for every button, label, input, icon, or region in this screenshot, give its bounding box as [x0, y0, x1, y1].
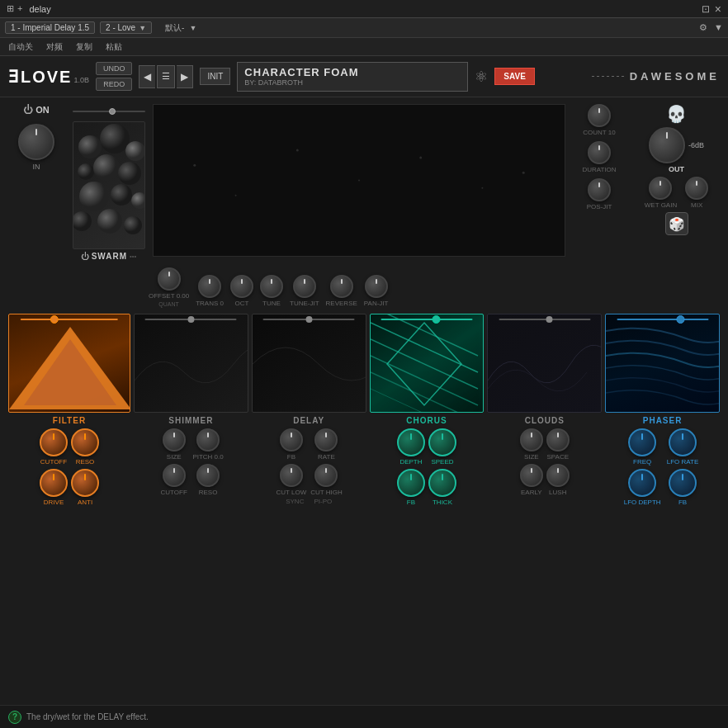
clouds-size-knob[interactable]	[520, 428, 543, 451]
shimmer-size-knob[interactable]	[163, 428, 186, 451]
plugin-slot-selector[interactable]: 1 - Imperial Delay 1.5	[5, 21, 95, 34]
wet-gain-knob[interactable]	[649, 177, 672, 200]
shimmer-pitch-label: PITCH 0.0	[192, 453, 223, 461]
shimmer-slider-thumb[interactable]	[187, 316, 194, 323]
shimmer-slider[interactable]	[145, 319, 237, 320]
phaser-slider[interactable]	[617, 319, 708, 320]
clouds-visual	[488, 314, 601, 412]
swarm-slider[interactable]	[73, 104, 145, 119]
chorus-fb-knob[interactable]	[397, 469, 425, 497]
filter-slider-thumb[interactable]	[50, 315, 59, 324]
preset-slot-selector[interactable]: 2 - Love ▼	[100, 21, 152, 34]
delay-cuthigh-knob[interactable]	[314, 464, 338, 487]
in-knob[interactable]	[18, 124, 54, 160]
delay-fb-knob[interactable]	[280, 428, 303, 451]
main-content: ⏻ ON IN	[0, 97, 728, 728]
delay-cutlow-knob[interactable]	[280, 464, 303, 487]
undo-button[interactable]: UNDO	[96, 62, 133, 75]
pair-label[interactable]: 对频	[46, 41, 63, 53]
phaser-fb-knob[interactable]	[669, 469, 697, 497]
trans-knob-group: TRANS 0	[196, 275, 224, 307]
anti-knob[interactable]	[71, 469, 99, 497]
skull-icon[interactable]: 💀	[666, 104, 687, 124]
tune-knob[interactable]	[260, 275, 283, 298]
clouds-early-knob-group: EARLY	[520, 464, 543, 496]
reverse-knob[interactable]	[330, 275, 353, 298]
out-section: 💀 -6dB OUT WET GAIN MIX	[633, 104, 720, 235]
cutoff-knob[interactable]	[40, 428, 68, 456]
swarm-slider-thumb[interactable]	[109, 108, 116, 115]
clouds-thumb-container	[487, 314, 602, 413]
duration-knob[interactable]	[588, 141, 611, 164]
quant-row: OFFSET 0.00 QUANT TRANS 0 OCT TUNE TUNE-…	[8, 266, 720, 314]
offset-knob[interactable]	[158, 267, 181, 291]
save-button[interactable]: SAVE	[494, 68, 535, 85]
prev-preset-button[interactable]: ◀	[139, 65, 155, 88]
count-knob[interactable]	[588, 104, 611, 127]
mix-knob[interactable]	[685, 177, 708, 200]
phaser-freq-knob[interactable]	[628, 428, 656, 456]
chorus-slider-thumb[interactable]	[432, 315, 440, 324]
filter-thumbnail	[8, 314, 130, 413]
next-preset-button[interactable]: ▶	[177, 65, 193, 88]
phaser-slider-thumb[interactable]	[677, 315, 685, 324]
oct-knob[interactable]	[230, 275, 253, 298]
chorus-speed-knob[interactable]	[428, 428, 456, 456]
chorus-thick-knob-group: THICK	[428, 469, 456, 506]
phaser-knobs: FREQ LFO RATE LFO DEPTH FB	[624, 428, 702, 506]
delay-cuthigh-knob-group: CUT HIGH	[310, 464, 343, 496]
phaser-lfo-depth-knob[interactable]	[628, 469, 656, 497]
init-button[interactable]: INIT	[200, 68, 230, 85]
copy-label[interactable]: 复制	[76, 41, 92, 53]
auto-label[interactable]: 自动关	[8, 41, 33, 53]
shimmer-reso-knob-group: RESO	[192, 464, 223, 496]
delay-rate-knob[interactable]	[314, 428, 338, 451]
shimmer-size-knob-group: SIZE	[158, 428, 189, 461]
shimmer-pitch-knob-group: PITCH 0.0	[192, 428, 223, 461]
redo-button[interactable]: REDO	[96, 78, 133, 91]
chorus-visual	[371, 314, 484, 412]
chorus-thick-knob[interactable]	[428, 469, 456, 497]
granular-display	[153, 104, 565, 257]
default-label: 默认-	[165, 22, 184, 34]
shimmer-cutoff-knob[interactable]	[163, 464, 186, 487]
shimmer-size-label: SIZE	[167, 453, 182, 461]
shimmer-visual	[135, 314, 248, 412]
dice-button[interactable]: 🎲	[665, 212, 688, 235]
close-button[interactable]: ×	[715, 2, 721, 16]
trans-knob[interactable]	[198, 275, 221, 298]
reso-knob[interactable]	[71, 428, 99, 456]
clouds-space-knob[interactable]	[546, 428, 570, 451]
shimmer-reso-knob[interactable]	[196, 464, 220, 487]
drive-knob[interactable]	[40, 469, 68, 497]
clouds-lush-knob[interactable]	[546, 464, 570, 487]
delay-slider-thumb[interactable]	[305, 316, 312, 323]
clouds-early-knob[interactable]	[520, 464, 543, 487]
tune-label: TUNE	[262, 300, 281, 307]
phaser-lfo-rate-knob[interactable]	[669, 428, 697, 456]
on-toggle[interactable]: ⏻ ON	[23, 104, 50, 116]
pos-jit-knob[interactable]	[588, 178, 611, 201]
pan-jit-knob[interactable]	[365, 275, 388, 298]
out-knob-group: -6dB OUT	[649, 127, 704, 173]
shimmer-reso-label: RESO	[199, 489, 218, 496]
pan-jit-knob-group: PAN-JIT	[364, 275, 389, 307]
out-knob[interactable]	[649, 127, 685, 163]
settings-daw-button[interactable]: ⚙	[699, 22, 707, 33]
chorus-depth-knob-group: DEPTH	[397, 428, 425, 466]
clouds-slider-thumb[interactable]	[546, 316, 552, 323]
pi-po-label: PI-PO	[314, 498, 332, 505]
tune-jit-knob[interactable]	[293, 275, 316, 298]
delay-slider[interactable]	[263, 319, 355, 320]
chorus-depth-knob[interactable]	[397, 428, 425, 456]
chorus-slider[interactable]	[381, 319, 472, 320]
paste-label[interactable]: 粘贴	[106, 41, 122, 53]
chorus-speed-knob-group: SPEED	[428, 428, 456, 466]
shimmer-pitch-knob[interactable]	[196, 428, 220, 451]
reso-knob-group: RESO	[71, 428, 99, 466]
filter-slider[interactable]	[21, 319, 118, 320]
wet-mix-row: WET GAIN MIX	[645, 177, 708, 209]
clouds-slider[interactable]	[499, 319, 590, 320]
restore-button[interactable]: ⊡	[702, 2, 710, 16]
preset-menu-button[interactable]: ☰	[157, 65, 175, 88]
